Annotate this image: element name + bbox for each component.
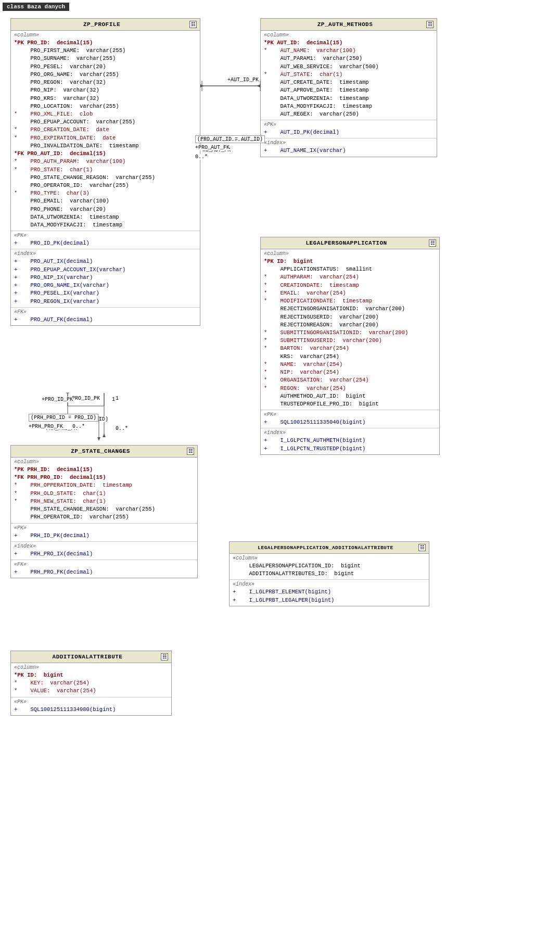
table-legalpersonapplication: LEGALPERSONAPPLICATION ☷ «column» *PK ID…	[260, 237, 440, 455]
addattr-columns: «column» *PK ID: bigint * KEY: varchar(2…	[11, 663, 171, 697]
table-header-lpa: LEGALPERSONAPPLICATION ☷	[261, 237, 439, 249]
table-icon-zp-profile[interactable]: ☷	[189, 21, 197, 28]
zsc-pk: «PK» + PRH_ID_PK(decimal)	[11, 524, 197, 542]
zp-profile-index: «index» + PRO_AUT_IX(decimal) + PRO_EPUA…	[11, 249, 200, 307]
svg-marker-4	[103, 434, 106, 437]
conn-aut-id-pk: +AUT_ID_PK	[227, 77, 259, 83]
conn-prh-pro-fk: +PRH_PRO_FK 0..*	[29, 424, 85, 429]
svg-marker-1	[200, 84, 204, 87]
diagram-container: class Baza danych +AUT_ID_PK +PRO_AUT_FK…	[0, 0, 560, 940]
conn-mult-1: 0..*	[195, 154, 208, 160]
zp-auth-methods-pk: «PK» + AUT_ID_PK(decimal)	[261, 120, 437, 138]
table-zp-auth-methods: ZP_AUTH_METHODS ☷ «column» *PK AUT_ID: d…	[260, 18, 437, 157]
table-header-lpa-addattr: LEGALPERSONAPPLICATION_ADDITIONALATTRIBU…	[230, 542, 429, 554]
conn-mult-2: 1	[112, 397, 115, 402]
conn-pro-id-pk: +PRO_ID_PK	[42, 397, 73, 402]
zp-profile-fk: «FK» + PRO_AUT_FK(decimal)	[11, 308, 200, 325]
zp-auth-methods-columns: «column» *PK AUT_ID: decimal(15) * AUT_N…	[261, 31, 437, 120]
table-zp-profile: ZP_PROFILE ☷ «column» *PK PRO_ID: decima…	[10, 18, 200, 326]
lpa-pk: «PK» + SQL100125111335040(bigint)	[261, 410, 439, 428]
table-icon-lpa-addattr[interactable]: ☷	[418, 544, 426, 551]
multiplicity-2: 1	[114, 396, 120, 401]
table-header-zsc: ZP_STATE_CHANGES ☷	[11, 446, 197, 458]
table-icon-addattr[interactable]: ☷	[161, 653, 168, 660]
table-icon-zp-auth-methods[interactable]: ☷	[426, 21, 434, 28]
lpa-index: «index» + I_LGLPCTN_AUTHMETH(bigint) + I…	[261, 428, 439, 454]
conn-pro-aut-fk: +PRO_AUT_FK	[195, 145, 230, 150]
table-additionalattribute: ADDITIONALATTRIBUTE ☷ «column» *PK ID: b…	[10, 651, 172, 716]
conn-join-2: (PRH_PRO_ID = PRO_ID)	[29, 414, 98, 422]
table-header-zp-profile: ZP_PROFILE ☷	[11, 19, 200, 31]
table-zp-state-changes: ZP_STATE_CHANGES ☷ «column» *PK PRH_ID: …	[10, 445, 198, 578]
table-header-addattr: ADDITIONALATTRIBUTE ☷	[11, 651, 171, 663]
addattr-pk: «PK» + SQL100125111334980(bigint)	[11, 697, 171, 715]
lpa-addattr-columns: «column» LEGALPERSONAPPLICATION_ID: bigi…	[230, 554, 429, 580]
table-icon-zsc[interactable]: ☷	[187, 448, 194, 455]
zsc-index: «index» + PRH_PRO_IX(decimal)	[11, 542, 197, 560]
zp-auth-methods-index: «index» + AUT_NAME_IX(varchar)	[261, 138, 437, 156]
multiplicity-3: 0..*	[114, 426, 129, 431]
zsc-columns: «column» *PK PRH_ID: decimal(15) *FK PRH…	[11, 458, 197, 524]
svg-marker-2	[257, 84, 260, 87]
lpa-addattr-index: «index» + I_LGLPRBT_ELEMENT(bigint) + I_…	[230, 580, 429, 605]
table-icon-lpa[interactable]: ☷	[429, 239, 436, 247]
svg-marker-15	[97, 437, 100, 441]
zsc-fk: «FK» + PRH_PRO_FK(decimal)	[11, 560, 197, 578]
zp-profile-pk: «PK» + PRO_ID_PK(decimal)	[11, 231, 200, 249]
zp-profile-columns: «column» *PK PRO_ID: decimal(15) PRO_FIR…	[11, 31, 200, 231]
table-header-zp-auth-methods: ZP_AUTH_METHODS ☷	[261, 19, 437, 31]
diagram-title: class Baza danych	[3, 3, 69, 11]
table-lpa-addattr: LEGALPERSONAPPLICATION_ADDITIONALATTRIBU…	[229, 541, 429, 606]
conn-join-1: (PRO_AUT_ID = AUT_ID)	[195, 135, 265, 143]
lpa-columns: «column» *PK ID: bigint APPLICATIONSTATU…	[261, 249, 439, 410]
